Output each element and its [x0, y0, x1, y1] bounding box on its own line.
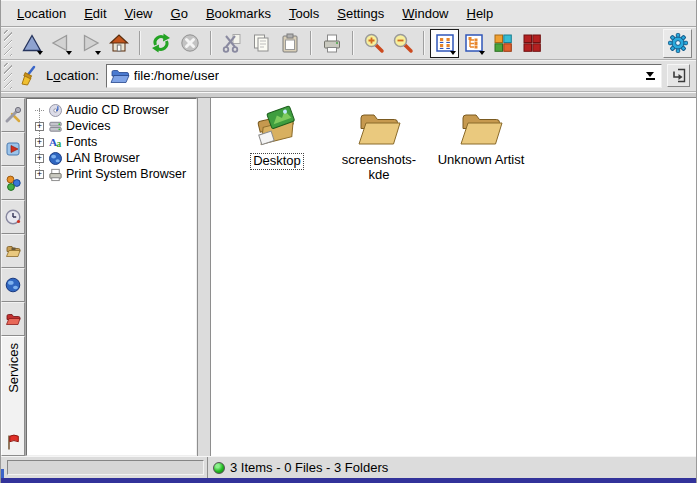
forward-button[interactable] [75, 29, 104, 58]
progress-pane [1, 457, 208, 478]
file-item-desktop[interactable]: Desktop [229, 104, 325, 170]
services-tab-label: Services [6, 343, 21, 393]
go-button[interactable] [667, 64, 690, 87]
up-button[interactable] [17, 29, 46, 58]
tree-view-button[interactable] [459, 29, 488, 58]
location-dropdown-button[interactable] [642, 72, 658, 80]
icon-view-dropdown-caret[interactable] [450, 51, 456, 55]
home-button[interactable] [104, 29, 133, 58]
detail-view-icon [521, 32, 543, 54]
location-toolbar: Location: file:/home/user [1, 60, 696, 92]
expander-plus-icon[interactable]: + [35, 154, 44, 163]
menu-help[interactable]: Help [458, 2, 503, 25]
location-label: Location: [46, 68, 99, 83]
konqueror-window: Location Edit View Go Bookmarks Tools Se… [0, 0, 697, 483]
globe-icon [4, 276, 22, 294]
back-button[interactable] [46, 29, 75, 58]
menu-edit[interactable]: Edit [75, 2, 115, 25]
svg-text:a: a [56, 139, 61, 149]
history-clock-icon [4, 208, 22, 226]
panel-splitter[interactable] [197, 98, 211, 456]
forward-dropdown-caret[interactable] [95, 51, 101, 55]
sidebar-network-button[interactable] [1, 268, 25, 302]
stop-button[interactable] [175, 29, 204, 58]
menu-go[interactable]: Go [162, 2, 197, 25]
tree-item-label: Fonts [66, 135, 97, 149]
folder-icon-view[interactable]: Desktop screenshots- kde [211, 98, 696, 456]
clear-broom-icon [19, 65, 41, 87]
flag-icon [5, 433, 21, 451]
location-input[interactable]: file:/home/user [106, 64, 662, 88]
status-led-icon [213, 462, 225, 474]
file-label: screenshots- kde [340, 153, 418, 183]
sidebar-tree: Audio CD Browser + Devices [31, 102, 196, 182]
printer-icon [47, 166, 63, 182]
konqueror-gear-icon [667, 32, 689, 54]
menu-tools[interactable]: Tools [280, 2, 328, 25]
zoom-out-icon [392, 32, 414, 54]
sidebar-configure-button[interactable] [1, 98, 25, 132]
copy-button[interactable] [246, 29, 275, 58]
bottom-bars: 3 Items - 0 Files - 3 Folders [1, 456, 696, 478]
expander-plus-icon[interactable]: + [35, 138, 44, 147]
sidebar-tabstrip: Services [1, 98, 26, 456]
expander-plus-icon[interactable]: + [35, 170, 44, 179]
go-enter-icon [670, 67, 687, 84]
bookmarks-icon [4, 140, 22, 158]
back-dropdown-caret[interactable] [66, 51, 72, 55]
zoom-in-button[interactable] [359, 29, 388, 58]
toolbar-grip[interactable] [4, 30, 12, 56]
zoom-out-button[interactable] [388, 29, 417, 58]
tree-item-audio-cd-browser[interactable]: Audio CD Browser [31, 102, 196, 118]
print-button[interactable] [317, 29, 346, 58]
toolbar-separator [352, 31, 353, 55]
tree-item-print-system-browser[interactable]: + Print System Browser [31, 166, 196, 182]
copy-icon [250, 32, 272, 54]
multicolumn-view-icon [492, 32, 514, 54]
menu-view[interactable]: View [116, 2, 162, 25]
expander-plus-icon[interactable]: + [35, 122, 44, 131]
tree-item-fonts[interactable]: + A a Fonts [31, 134, 196, 150]
sidebar-history-button[interactable] [1, 200, 25, 234]
sidebar-home-folder-button[interactable] [1, 234, 25, 268]
print-icon [321, 32, 343, 54]
up-dropdown-caret[interactable] [37, 51, 43, 55]
content-area: Services [1, 98, 696, 456]
file-item-screenshots-kde[interactable]: screenshots- kde [331, 104, 427, 183]
icon-view-button[interactable] [430, 29, 459, 58]
sidebar-root-folder-button[interactable] [1, 302, 25, 336]
clear-location-button[interactable] [17, 63, 43, 89]
menu-settings[interactable]: Settings [328, 2, 393, 25]
sidebar-bookmarks-button[interactable] [1, 132, 25, 166]
paste-icon [279, 32, 301, 54]
detail-view-button[interactable] [517, 29, 546, 58]
tree-item-label: LAN Browser [66, 151, 140, 165]
sidebar-applications-button[interactable] [1, 166, 25, 200]
menu-window[interactable]: Window [393, 2, 457, 25]
menu-bookmarks[interactable]: Bookmarks [197, 2, 280, 25]
tree-item-label: Print System Browser [66, 167, 186, 181]
tree-item-devices[interactable]: + Devices [31, 118, 196, 134]
fonts-icon: A a [47, 134, 63, 150]
status-text: 3 Items - 0 Files - 3 Folders [230, 460, 388, 475]
konqueror-gear-button[interactable] [663, 29, 692, 58]
menu-location[interactable]: Location [8, 2, 75, 25]
desktop-folder-icon [252, 104, 302, 150]
reload-button[interactable] [146, 29, 175, 58]
paste-button[interactable] [275, 29, 304, 58]
sidebar-services-tab[interactable]: Services [1, 336, 25, 456]
applications-icon [4, 174, 22, 192]
cut-button[interactable] [217, 29, 246, 58]
location-value: file:/home/user [134, 68, 219, 83]
tree-item-lan-browser[interactable]: + LAN Browser [31, 150, 196, 166]
tree-item-label: Devices [66, 119, 110, 133]
file-label: Desktop [250, 153, 304, 170]
file-item-unknown-artist[interactable]: Unknown Artist [433, 104, 529, 168]
tree-view-dropdown-caret[interactable] [479, 51, 485, 55]
toolbar-separator [210, 31, 211, 55]
location-toolbar-grip[interactable] [4, 63, 12, 89]
toolbar-separator [423, 31, 424, 55]
tree-item-label: Audio CD Browser [66, 103, 169, 117]
multicolumn-view-button[interactable] [488, 29, 517, 58]
main-toolbar [1, 27, 696, 60]
